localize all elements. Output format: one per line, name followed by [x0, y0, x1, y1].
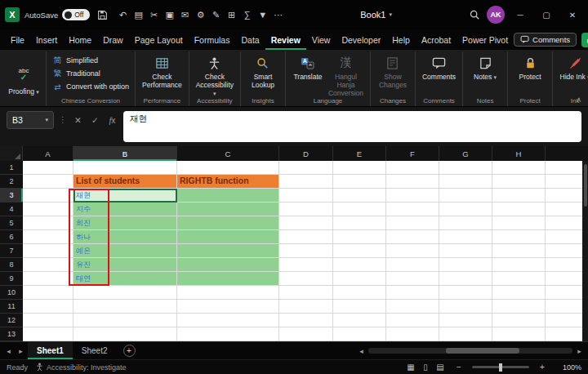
cell-G1[interactable] [439, 161, 492, 175]
row-header-12[interactable]: 12 [0, 314, 23, 327]
column-header-c[interactable]: C [177, 146, 279, 161]
autosave-toggle[interactable]: Off [62, 9, 90, 20]
save-icon[interactable] [95, 6, 110, 24]
cell-C8[interactable] [177, 258, 279, 272]
horizontal-scrollbar[interactable]: ◂ ▸ [356, 347, 585, 355]
cell-H10[interactable] [492, 286, 546, 300]
cell-G6[interactable] [439, 230, 492, 244]
menu-tab-acrobat[interactable]: Acrobat [416, 29, 457, 50]
cell-B8[interactable]: 유진 [74, 258, 177, 272]
cell-D2[interactable] [279, 175, 333, 189]
menu-tab-home[interactable]: Home [63, 29, 97, 50]
vertical-scrollbar[interactable] [582, 161, 588, 341]
cell-G12[interactable] [439, 314, 492, 327]
row-header-2[interactable]: 2 [0, 175, 23, 189]
workbook-title[interactable]: Book1 ▾ [360, 10, 392, 20]
draw-icon[interactable]: ✎ [208, 6, 224, 24]
cell-A1[interactable] [23, 161, 74, 175]
copy-icon[interactable]: ▣ [162, 6, 177, 24]
column-header-d[interactable]: D [279, 146, 333, 161]
check-performance-button[interactable]: Check Performance [140, 54, 185, 90]
share-button[interactable]: ▾ [581, 33, 588, 47]
cell-G13[interactable] [439, 327, 492, 341]
cell-H9[interactable] [492, 272, 546, 286]
column-header-e[interactable]: E [333, 146, 386, 161]
menu-tab-file[interactable]: File [5, 29, 30, 50]
menu-tab-help[interactable]: Help [386, 29, 416, 50]
cell-B2[interactable]: List of students [74, 175, 177, 189]
cell-C10[interactable] [177, 286, 279, 300]
enter-icon[interactable]: ✓ [89, 111, 101, 125]
page-layout-view-icon[interactable]: ▯ [420, 363, 431, 372]
vertical-scrollbar-thumb[interactable] [584, 164, 587, 207]
sheet-tab-sheet2[interactable]: Sheet2 [73, 342, 117, 359]
cell-A2[interactable] [23, 175, 74, 189]
cell-A7[interactable] [23, 244, 74, 258]
cell-A11[interactable] [23, 300, 74, 314]
zoom-in-icon[interactable]: + [537, 363, 547, 372]
cell-C4[interactable] [177, 203, 279, 216]
cell-E6[interactable] [333, 230, 386, 244]
cell-D10[interactable] [279, 286, 333, 300]
cell-F12[interactable] [386, 314, 439, 327]
column-header-h[interactable]: H [492, 146, 546, 161]
cell-B12[interactable] [74, 314, 177, 327]
cell-C6[interactable] [177, 230, 279, 244]
menu-tab-developer[interactable]: Developer [336, 29, 386, 50]
cell-F2[interactable] [386, 175, 439, 189]
cell-A5[interactable] [23, 216, 74, 230]
cell-E1[interactable] [333, 161, 386, 175]
protect-button[interactable]: Protect [512, 54, 548, 82]
cell-A4[interactable] [23, 203, 74, 216]
formula-input[interactable]: 재현 [123, 111, 581, 142]
cut-icon[interactable]: ✂ [146, 6, 162, 24]
scroll-left-icon[interactable]: ◂ [356, 347, 367, 355]
traditional-button[interactable]: 繁 Traditional [51, 67, 102, 80]
column-header-b[interactable]: B [74, 146, 177, 161]
cell-F10[interactable] [386, 286, 439, 300]
cell-C1[interactable] [177, 161, 279, 175]
page-break-preview-icon[interactable]: ▤ [434, 363, 446, 372]
cell-B10[interactable] [74, 286, 177, 300]
column-header-a[interactable]: A [23, 146, 74, 161]
comments-button[interactable]: Comments [420, 54, 458, 82]
cell-E13[interactable] [333, 327, 386, 341]
cell-B13[interactable] [74, 327, 177, 341]
cell-H8[interactable] [492, 258, 546, 272]
horizontal-scrollbar-track[interactable] [368, 348, 572, 354]
accessibility-status[interactable]: Accessibility: Investigate [36, 363, 127, 372]
hide-ink-button[interactable]: Hide Ink ▾ [557, 54, 588, 82]
cell-E7[interactable] [333, 244, 386, 258]
cell-E11[interactable] [333, 300, 386, 314]
cell-C9[interactable] [177, 272, 279, 286]
row-header-11[interactable]: 11 [0, 300, 23, 314]
add-sheet-button[interactable]: + [123, 345, 136, 357]
cell-H3[interactable] [492, 189, 546, 203]
cell-B3[interactable]: 재현 [74, 189, 177, 203]
select-all-corner[interactable] [0, 146, 23, 161]
cell-D8[interactable] [279, 258, 333, 272]
cell-D11[interactable] [279, 300, 333, 314]
insert-function-icon[interactable]: fx [106, 111, 118, 125]
menu-tab-insert[interactable]: Insert [30, 29, 63, 50]
cell-F3[interactable] [386, 189, 439, 203]
cell-D13[interactable] [279, 327, 333, 341]
cell-D3[interactable] [279, 189, 333, 203]
cell-F1[interactable] [386, 161, 439, 175]
cell-H1[interactable] [492, 161, 546, 175]
menu-tab-draw[interactable]: Draw [97, 29, 129, 50]
cell-B9[interactable]: 태연 [74, 272, 177, 286]
notes-button[interactable]: Notes ▾ [467, 54, 503, 82]
cell-F7[interactable] [386, 244, 439, 258]
email-icon[interactable]: ✉ [177, 6, 193, 24]
cell-G9[interactable] [439, 272, 492, 286]
cell-H5[interactable] [492, 216, 546, 230]
cell-H12[interactable] [492, 314, 546, 327]
row-header-8[interactable]: 8 [0, 258, 23, 272]
simplified-button[interactable]: 简 Simplified [51, 54, 100, 67]
row-header-1[interactable]: 1 [0, 161, 23, 175]
cell-E3[interactable] [333, 189, 386, 203]
cell-G2[interactable] [439, 175, 492, 189]
menu-tab-power-pivot[interactable]: Power Pivot [457, 29, 514, 50]
cell-B4[interactable]: 지수 [74, 203, 177, 216]
